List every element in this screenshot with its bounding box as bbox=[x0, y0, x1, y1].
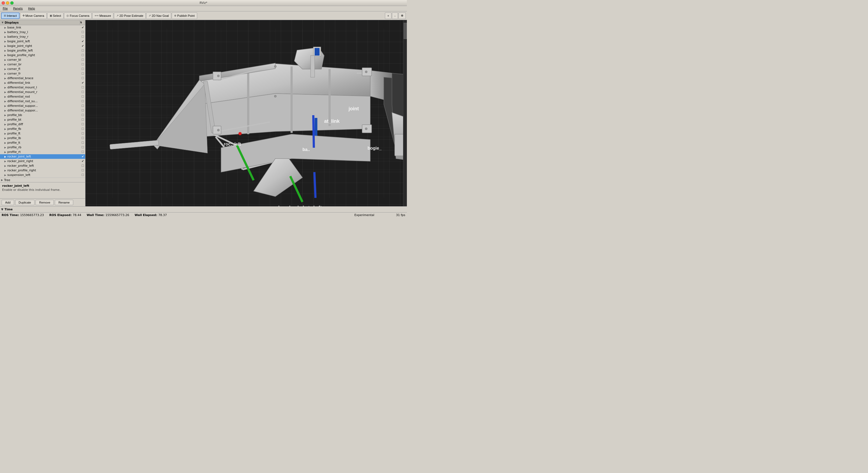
display-item-profile-lb[interactable]: ▶profile_lb☐ bbox=[0, 136, 85, 140]
display-item-checkbox[interactable]: ✔ bbox=[82, 81, 84, 85]
display-item-checkbox[interactable]: ✔ bbox=[82, 26, 84, 29]
display-item-corner-fl[interactable]: ▶corner_fl☐ bbox=[0, 67, 85, 71]
display-item-checkbox[interactable]: ✔ bbox=[82, 40, 84, 43]
display-item-checkbox[interactable]: ☐ bbox=[82, 109, 84, 112]
toolbar-publish-point[interactable]: ⊕ Publish Point bbox=[172, 12, 197, 19]
display-item-checkbox[interactable]: ☐ bbox=[82, 136, 84, 140]
display-item-checkbox[interactable]: ☐ bbox=[82, 169, 84, 172]
display-item-profile-rb[interactable]: ▶profile_rb☐ bbox=[0, 145, 85, 149]
toolbar-focus-camera[interactable]: ◎ Focus Camera bbox=[64, 12, 92, 19]
display-item-bogie-profile-left[interactable]: ▶bogie_profile_left☐ bbox=[0, 48, 85, 53]
display-item-profile-ft[interactable]: ▶profile_ft☐ bbox=[0, 131, 85, 136]
displays-list[interactable]: ▶base_link✔▶battery_tray_l☐▶battery_tray… bbox=[0, 25, 85, 177]
toolbar-interact[interactable]: ⊞ Interact bbox=[1, 12, 20, 19]
display-item-battery-tray-r[interactable]: ▶battery_tray_r☐ bbox=[0, 34, 85, 39]
display-item-differential-mount-l[interactable]: ▶differential_mount_l☐ bbox=[0, 85, 85, 90]
display-item-checkbox[interactable]: ☐ bbox=[82, 30, 84, 34]
display-item-checkbox[interactable]: ☐ bbox=[82, 72, 84, 75]
toolbar-measure[interactable]: ⟺ Measure bbox=[92, 12, 113, 19]
display-item-suspension-left[interactable]: ▶suspension_left☐ bbox=[0, 173, 85, 177]
display-item-checkbox[interactable]: ☐ bbox=[82, 67, 84, 71]
maximize-button[interactable] bbox=[10, 1, 13, 5]
display-item-profile-bt[interactable]: ▶profile_bt☐ bbox=[0, 117, 85, 122]
display-item-checkbox[interactable]: ☐ bbox=[82, 113, 84, 117]
display-item-corner-br[interactable]: ▶corner_br☐ bbox=[0, 62, 85, 67]
display-item-checkbox[interactable]: ☐ bbox=[82, 49, 84, 52]
toolbar-extra-plus[interactable]: + bbox=[385, 12, 392, 19]
display-item-corner-fr[interactable]: ▶corner_fr☐ bbox=[0, 71, 85, 76]
time-collapse[interactable]: ▼ bbox=[0, 208, 4, 211]
display-item-checkbox[interactable]: ☐ bbox=[82, 123, 84, 126]
display-item-checkbox[interactable]: ☐ bbox=[82, 95, 84, 98]
rename-button[interactable]: Rename bbox=[55, 200, 73, 205]
toolbar-extra-crosshair[interactable]: ⊕ bbox=[399, 12, 406, 19]
close-button[interactable] bbox=[2, 1, 5, 5]
tree-collapse[interactable]: ▶ bbox=[1, 179, 3, 181]
tree-item[interactable]: ▶ Tree bbox=[0, 177, 85, 182]
display-item-base-link[interactable]: ▶base_link✔ bbox=[0, 25, 85, 30]
toolbar-select[interactable]: ▣ Select bbox=[47, 12, 64, 19]
display-item-checkbox[interactable]: ☐ bbox=[82, 145, 84, 149]
bottom-status-bar: ROS Time: 1559665773.23 ROS Elapsed: 78.… bbox=[0, 212, 407, 218]
display-item-checkbox[interactable]: ☐ bbox=[82, 118, 84, 122]
display-item-profile-lt[interactable]: ▶profile_lt☐ bbox=[0, 140, 85, 145]
display-item-bogie-joint-left[interactable]: ▶bogie_joint_left✔ bbox=[0, 39, 85, 44]
display-item-checkbox[interactable]: ☐ bbox=[82, 35, 84, 38]
display-item-checkbox[interactable]: ☐ bbox=[82, 86, 84, 89]
display-item-checkbox[interactable]: ☐ bbox=[82, 164, 84, 168]
remove-button[interactable]: Remove bbox=[35, 200, 54, 205]
display-item-checkbox[interactable]: ☐ bbox=[82, 173, 84, 177]
display-item-rocker-profile-left[interactable]: ▶rocker_profile_left☐ bbox=[0, 164, 85, 168]
display-item-checkbox[interactable]: ☐ bbox=[82, 150, 84, 154]
display-item-rocker-profile-right[interactable]: ▶rocker_profile_right☐ bbox=[0, 168, 85, 173]
display-item-differential-rod[interactable]: ▶differential_rod☐ bbox=[0, 94, 85, 99]
add-button[interactable]: Add bbox=[2, 200, 14, 205]
display-item-checkbox[interactable]: ☐ bbox=[82, 104, 84, 108]
window-controls[interactable] bbox=[2, 1, 13, 5]
display-item-checkbox[interactable]: ☐ bbox=[82, 127, 84, 131]
toolbar-2d-nav[interactable]: ⇗ 2D Nav Goal bbox=[146, 12, 171, 19]
display-item-profile-bb[interactable]: ▶profile_bb☐ bbox=[0, 113, 85, 117]
displays-collapse[interactable]: ▼ bbox=[2, 21, 3, 24]
display-item-checkbox[interactable]: ☐ bbox=[82, 76, 84, 80]
display-item-rocker-joint-left[interactable]: ▶rocker_joint_left✔ bbox=[0, 154, 85, 159]
display-item-checkbox[interactable]: ☐ bbox=[82, 99, 84, 103]
display-item-checkbox[interactable]: ☐ bbox=[82, 141, 84, 144]
viewport-scroll-thumb[interactable] bbox=[404, 23, 407, 39]
display-item-name: rocker_joint_left bbox=[7, 155, 81, 158]
menu-file[interactable]: File bbox=[1, 6, 9, 10]
display-item-profile-rt[interactable]: ▶profile_rt☐ bbox=[0, 149, 85, 154]
display-item-checkbox[interactable]: ☐ bbox=[82, 90, 84, 94]
display-item-bogie-joint-right[interactable]: ▶bogie_joint_right✔ bbox=[0, 44, 85, 48]
toolbar-extra-minus[interactable]: - bbox=[392, 12, 398, 19]
menu-help[interactable]: Help bbox=[27, 6, 37, 10]
toolbar-2d-pose[interactable]: ↗ 2D Pose Estimate bbox=[114, 12, 146, 19]
viewport[interactable]: joint at_link roc:_left ba.. bogie_ bogi… bbox=[86, 20, 407, 206]
display-item-differential-mount-r[interactable]: ▶differential_mount_r☐ bbox=[0, 90, 85, 94]
svg-rect-26 bbox=[110, 140, 159, 149]
display-item-profile-diff[interactable]: ▶profile_diff☐ bbox=[0, 122, 85, 127]
display-item-name: profile_rb bbox=[7, 145, 80, 149]
display-item-bogie-profile-right[interactable]: ▶bogie_profile_right☐ bbox=[0, 53, 85, 58]
display-item-checkbox[interactable]: ☐ bbox=[82, 58, 84, 62]
display-item-differential-link[interactable]: ▶differential_link✔ bbox=[0, 80, 85, 85]
display-item-checkbox[interactable]: ✔ bbox=[82, 155, 84, 158]
display-item-differential-suppor---[interactable]: ▶differential_suppor...☐ bbox=[0, 104, 85, 108]
minimize-button[interactable] bbox=[6, 1, 9, 5]
display-item-differential-rod-su---[interactable]: ▶differential_rod_su...☐ bbox=[0, 99, 85, 104]
viewport-scrollbar[interactable] bbox=[403, 20, 407, 206]
display-item-checkbox[interactable]: ☐ bbox=[82, 54, 84, 57]
display-item-checkbox[interactable]: ☐ bbox=[82, 132, 84, 135]
display-item-profile-fb[interactable]: ▶profile_fb☐ bbox=[0, 127, 85, 131]
display-item-checkbox[interactable]: ☐ bbox=[82, 63, 84, 66]
display-item-checkbox[interactable]: ✔ bbox=[82, 44, 84, 48]
toolbar-move-camera[interactable]: ✥ Move Camera bbox=[20, 12, 46, 19]
menu-panels[interactable]: Panels bbox=[11, 6, 24, 10]
display-item-corner-bl[interactable]: ▶corner_bl☐ bbox=[0, 58, 85, 62]
display-item-checkbox[interactable]: ✔ bbox=[82, 159, 84, 163]
display-item-differential-brace[interactable]: ▶differential_brace☐ bbox=[0, 76, 85, 80]
display-item-differential-suppor---[interactable]: ▶differential_suppor...☐ bbox=[0, 108, 85, 113]
display-item-battery-tray-l[interactable]: ▶battery_tray_l☐ bbox=[0, 30, 85, 34]
duplicate-button[interactable]: Duplicate bbox=[15, 200, 35, 205]
display-item-rocker-joint-right[interactable]: ▶rocker_joint_right✔ bbox=[0, 159, 85, 164]
